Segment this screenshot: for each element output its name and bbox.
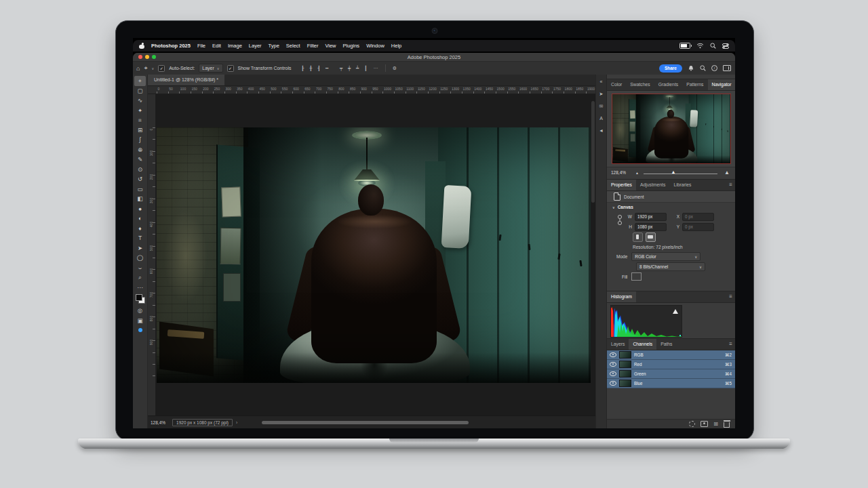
history-brush-tool[interactable]: ↺ <box>133 174 147 184</box>
channel-row[interactable]: Green⌘4 <box>607 369 735 379</box>
ruler-horizontal[interactable]: 0501001502002503003504004505005506006507… <box>148 86 595 94</box>
layers-tab-channels[interactable]: Channels <box>629 339 656 350</box>
object-selection-tool[interactable]: ✦ <box>133 106 147 116</box>
navigator-zoom-slider-thumb[interactable]: ▲ <box>671 169 676 174</box>
status-chevron-icon[interactable]: › <box>236 420 237 425</box>
zoom-in-icon[interactable]: ▲ <box>724 169 730 176</box>
menu-item-view[interactable]: View <box>325 43 336 49</box>
dodge-tool[interactable]: ◐ <box>133 214 147 224</box>
section-collapse-chevron-icon[interactable]: ∨ <box>612 205 615 209</box>
color-tab-swatches[interactable]: Swatches <box>626 79 654 90</box>
save-selection-icon[interactable] <box>701 421 708 427</box>
properties-tab-properties[interactable]: Properties <box>607 180 636 190</box>
clone-stamp-tool[interactable]: ⊙ <box>133 165 147 175</box>
load-selection-icon[interactable] <box>689 421 695 427</box>
layers-tab-layers[interactable]: Layers <box>607 339 629 350</box>
zoom-out-icon[interactable]: ▲ <box>635 171 639 175</box>
menu-item-plugins[interactable]: Plugins <box>343 43 360 49</box>
hand-tool[interactable]: ⌣ <box>133 263 147 273</box>
crop-tool[interactable]: ⌗ <box>133 115 147 125</box>
menu-item-image[interactable]: Image <box>228 43 242 49</box>
color-tab-patterns[interactable]: Patterns <box>682 79 707 90</box>
horizontal-scrollbar[interactable] <box>262 421 469 424</box>
auto-select-checkbox[interactable]: ✓ <box>158 65 165 72</box>
help-info-icon[interactable]: i <box>711 65 717 71</box>
width-input[interactable]: 1920 px <box>635 213 667 221</box>
expand-panels-icon[interactable]: « <box>596 77 606 86</box>
eyedropper-tool[interactable]: ʃ <box>133 135 147 145</box>
layers-tab-paths[interactable]: Paths <box>656 339 676 350</box>
properties-tab-adjustments[interactable]: Adjustments <box>636 180 669 190</box>
align-left-icon[interactable]: ┠ <box>300 66 306 71</box>
navigator-thumbnail[interactable] <box>612 94 731 164</box>
distribute-vertical-icon[interactable]: ┃ <box>363 66 369 71</box>
visibility-eye-icon[interactable] <box>610 352 616 357</box>
character-panel-icon[interactable]: A <box>596 114 606 123</box>
document-tab[interactable]: Untitled-1 @ 128% (RGB/8#) * <box>148 75 224 85</box>
show-transform-checkbox[interactable]: ✓ <box>227 65 234 72</box>
menu-item-window[interactable]: Window <box>366 43 384 49</box>
share-button[interactable]: Share <box>659 64 682 73</box>
pen-tool[interactable]: ♦ <box>133 224 147 234</box>
auto-select-dropdown[interactable]: Layer ∨ <box>199 64 222 73</box>
histogram-warning-icon[interactable] <box>673 309 678 314</box>
y-input[interactable]: 0 px <box>682 223 714 231</box>
menu-item-type[interactable]: Type <box>269 43 279 49</box>
blur-tool[interactable]: ● <box>133 204 147 214</box>
notes-panel-icon[interactable]: ◄ <box>596 126 606 135</box>
portrait-orientation-button[interactable] <box>633 232 643 242</box>
more-options-icon[interactable]: ⋯ <box>373 66 379 71</box>
current-tool-icon[interactable]: ⌖ <box>144 64 147 72</box>
channel-row[interactable]: Blue⌘5 <box>607 379 735 388</box>
frame-tool[interactable]: ⊞ <box>133 125 147 136</box>
minimize-window-button[interactable] <box>145 55 149 59</box>
home-icon[interactable]: ⌂ <box>136 65 140 72</box>
menu-item-file[interactable]: File <box>197 43 205 49</box>
search-icon[interactable] <box>700 65 706 71</box>
properties-document-row[interactable]: Document <box>607 191 735 203</box>
lasso-tool[interactable]: ∿ <box>133 96 147 106</box>
window-titlebar[interactable]: Adobe Photoshop 2025 <box>133 53 735 62</box>
navigator-zoom-slider[interactable] <box>644 174 717 174</box>
fill-swatch[interactable] <box>631 272 642 281</box>
gradient-tool[interactable]: ◧ <box>133 194 147 204</box>
ruler-vertical[interactable]: 0100200300400500600700800900 <box>148 94 156 415</box>
eraser-tool[interactable]: ▭ <box>133 184 147 195</box>
bit-depth-dropdown[interactable]: 8 Bits/Channel ∨ <box>636 262 705 271</box>
align-bottom-icon[interactable]: ━ <box>324 66 330 71</box>
bell-icon[interactable] <box>688 65 694 72</box>
status-zoom-field[interactable]: 128,4% <box>151 420 165 425</box>
path-selection-tool[interactable]: ➤ <box>133 243 147 253</box>
layers-panel-menu-icon[interactable]: ≡ <box>726 339 735 350</box>
edit-in-cloud[interactable] <box>138 328 142 332</box>
menu-item-layer[interactable]: Layer <box>249 43 262 49</box>
shape-tool[interactable]: ◯ <box>133 253 147 263</box>
wifi-icon[interactable] <box>696 43 704 49</box>
healing-brush-tool[interactable]: ⊕ <box>133 145 147 155</box>
canvas-viewport[interactable]: 0100200300400500600700800900 <box>148 94 595 415</box>
visibility-eye-icon[interactable] <box>610 362 616 367</box>
move-tool[interactable]: ⌖ <box>134 76 146 86</box>
align-center-horizontal-icon[interactable]: ╂ <box>308 66 314 71</box>
properties-tab-libraries[interactable]: Libraries <box>669 180 695 190</box>
menu-item-edit[interactable]: Edit <box>212 43 221 49</box>
more-tools[interactable]: ⋯ <box>133 283 147 293</box>
canvas-section-header[interactable]: ∨ Canvas <box>607 203 735 211</box>
battery-icon[interactable] <box>679 43 690 49</box>
delete-channel-icon[interactable] <box>724 422 730 428</box>
color-tab-navigator[interactable]: Navigator <box>708 79 736 90</box>
visibility-eye-icon[interactable] <box>610 371 616 376</box>
vertical-scrollbar[interactable] <box>591 101 595 203</box>
visibility-eye-icon[interactable] <box>610 381 616 386</box>
link-dimensions-icon[interactable] <box>617 214 623 227</box>
menu-item-photoshop-2025[interactable]: Photoshop 2025 <box>151 43 191 49</box>
menu-item-help[interactable]: Help <box>391 43 401 49</box>
apple-menu-icon[interactable] <box>139 43 144 49</box>
x-input[interactable]: 0 px <box>682 213 714 221</box>
distribute-bottom-icon[interactable]: ┷ <box>355 66 361 71</box>
channel-row[interactable]: RGB⌘2 <box>607 350 735 360</box>
histogram-panel-menu-icon[interactable]: ≡ <box>726 291 735 302</box>
status-document-size[interactable]: 1920 px x 1080 px (72 ppi) <box>172 419 233 426</box>
marquee-tool[interactable]: ▢ <box>133 86 147 96</box>
spotlight-search-icon[interactable] <box>710 43 716 49</box>
